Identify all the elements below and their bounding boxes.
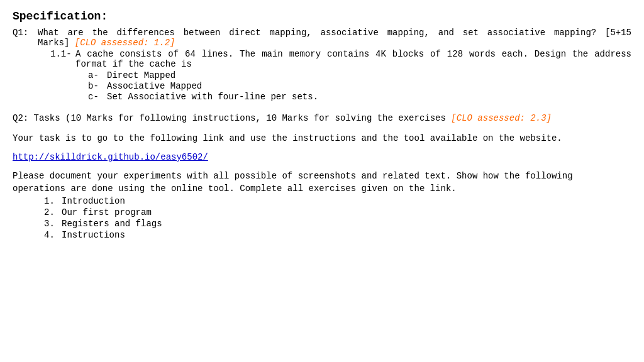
sub-label-c: c- xyxy=(88,92,107,102)
q1-text: What are the differences between direct … xyxy=(38,28,631,48)
list-item-4: 4. Instructions xyxy=(44,230,631,240)
sub-text-c: Set Associative with four-line per sets. xyxy=(107,92,318,102)
q2-clo: [CLO assessed: 2.3] xyxy=(451,113,552,123)
please-line1: Please document your experiments with al… xyxy=(13,171,631,181)
easy6502-link[interactable]: http://skilldrick.github.io/easy6502/ xyxy=(13,152,631,162)
section-11-label: 1.1- xyxy=(50,49,75,69)
q3-text: Your task is to go to the following link… xyxy=(13,133,562,143)
q1-line: Q1: What are the differences between dir… xyxy=(13,28,631,48)
list-item-2: 2. Our first program xyxy=(44,207,631,217)
section-11-text: A cache consists of 64 lines. The main m… xyxy=(75,49,631,69)
list-item-3: 3. Registers and flags xyxy=(44,219,631,229)
list-text-3: Registers and flags xyxy=(62,219,162,229)
please-line2: operations are done using the online too… xyxy=(13,184,631,194)
page-content: Specification: Q1: What are the differen… xyxy=(13,10,631,240)
page-title: Specification: xyxy=(13,10,631,23)
numbered-list: 1. Introduction 2. Our first program 3. … xyxy=(44,196,631,240)
sub-text-b: Associative Mapped xyxy=(107,81,202,91)
sub-item-a: a- Direct Mapped xyxy=(88,70,631,80)
q2-text: Q2: Tasks (10 Marks for following instru… xyxy=(13,113,446,123)
q3-section: Your task is to go to the following link… xyxy=(13,133,631,143)
sub-text-a: Direct Mapped xyxy=(107,70,175,80)
list-text-1: Introduction xyxy=(62,196,125,206)
sub-item-c: c- Set Associative with four-line per se… xyxy=(88,92,631,102)
q1-label: Q1: xyxy=(13,28,38,48)
sub-items: a- Direct Mapped b- Associative Mapped c… xyxy=(13,70,631,102)
list-item-1: 1. Introduction xyxy=(44,196,631,206)
num-2: 2. xyxy=(44,207,62,217)
q1-clo: [CLO assessed: 1.2] xyxy=(75,38,175,48)
sub-label-b: b- xyxy=(88,81,107,91)
section-11: 1.1- A cache consists of 64 lines. The m… xyxy=(50,49,631,69)
list-text-4: Instructions xyxy=(62,230,125,240)
list-text-2: Our first program xyxy=(62,207,152,217)
num-3: 3. xyxy=(44,219,62,229)
num-1: 1. xyxy=(44,196,62,206)
num-4: 4. xyxy=(44,230,62,240)
sub-item-b: b- Associative Mapped xyxy=(88,81,631,91)
sub-label-a: a- xyxy=(88,70,107,80)
q2-section: Q2: Tasks (10 Marks for following instru… xyxy=(13,113,631,123)
